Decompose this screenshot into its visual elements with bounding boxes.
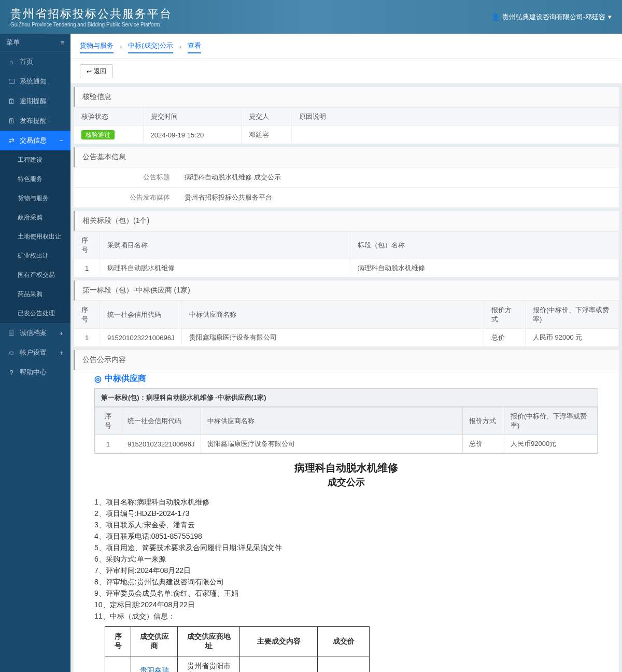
panel-basic: 公告基本信息 公告标题 病理科自动脱水机维修 成交公示 公告发布媒体 贵州省招标… bbox=[74, 147, 619, 208]
doc-title: 病理科自动脱水机维修 bbox=[94, 461, 598, 475]
swap-icon: ⇄ bbox=[7, 136, 16, 145]
bc-goods[interactable]: 货物与服务 bbox=[80, 39, 114, 53]
sub-special[interactable]: 特色服务 bbox=[0, 170, 70, 189]
doc-line: 7、评审时间:2024年08月22日 bbox=[94, 566, 598, 576]
th: 统一社会信用代码 bbox=[121, 408, 201, 435]
table-row: 1 91520102322100696J 贵阳鑫瑞康医疗设备有限公司 总价 人民… bbox=[74, 329, 619, 347]
sidebar-label: 诚信档案 bbox=[20, 328, 47, 338]
form-row: 公告发布媒体 贵州省招标投标公共服务平台 bbox=[74, 188, 619, 208]
table-header: 序号 统一社会信用代码 中标供应商名称 报价方式 报价(中标价、下浮率或费率) bbox=[95, 408, 598, 435]
doc-line: 8、评审地点:贵州弘典建设咨询有限公司 bbox=[94, 578, 598, 587]
doc-line: 4、项目联系电话:0851-85755198 bbox=[94, 532, 598, 541]
doc-line: 9、评审委员会成员名单:俞红、石家瑾、王娟 bbox=[94, 589, 598, 598]
sub-land[interactable]: 土地使用权出让 bbox=[0, 227, 70, 246]
th: 报价(中标价、下浮率或费率) bbox=[504, 408, 598, 435]
table-header: 序号 成交供应商 成交供应商地址 主要成交内容 成交价 bbox=[105, 627, 370, 656]
sidebar-item-trade[interactable]: ⇄交易信息− bbox=[0, 131, 70, 150]
header-title: 贵州省招标投标公共服务平台 bbox=[10, 6, 172, 22]
cell: 1 bbox=[95, 435, 121, 453]
th: 采购项目名称 bbox=[100, 232, 350, 259]
value-media: 贵州省招标投标公共服务平台 bbox=[177, 188, 619, 207]
sidebar-label: 矿业权出让 bbox=[18, 251, 49, 260]
th-status: 核验状态 bbox=[74, 108, 144, 126]
sub-mine[interactable]: 矿业权出让 bbox=[0, 246, 70, 265]
doc-line: 2、项目编号:HDZB-2024-173 bbox=[94, 509, 598, 519]
th-time: 提交时间 bbox=[143, 108, 241, 126]
supplier-table: 序号 统一社会信用代码 中标供应商名称 报价方式 报价(中标价、下浮率或费率) … bbox=[74, 301, 619, 347]
th: 序号 bbox=[95, 408, 121, 435]
panel-title: 核验信息 bbox=[74, 87, 619, 107]
sub-drug[interactable]: 药品采购 bbox=[0, 285, 70, 304]
th: 序号 bbox=[74, 301, 100, 329]
caret-down-icon: ▾ bbox=[608, 13, 612, 21]
sidebar-label: 工程建设 bbox=[18, 156, 43, 164]
sidebar-item-overdue[interactable]: 🗓逾期提醒 bbox=[0, 91, 70, 111]
sidebar-label: 帮助中心 bbox=[20, 368, 47, 377]
table-header: 序号 采购项目名称 标段（包）名称 bbox=[74, 232, 619, 259]
cell-time: 2024-09-19 15:20 bbox=[143, 126, 241, 144]
th-person: 提交人 bbox=[241, 108, 292, 126]
table-row: 1 贵阳鑫瑞康医疗设备有限公司 贵州省贵阳市南明区解放西路126号靖阳宏桥水岸1… bbox=[105, 656, 370, 673]
sidebar-label: 帐户设置 bbox=[20, 348, 47, 357]
sub-goods[interactable]: 货物与服务 bbox=[0, 189, 70, 208]
sidebar-item-publish[interactable]: 🗓发布提醒 bbox=[0, 111, 70, 131]
value-title: 病理科自动脱水机维修 成交公示 bbox=[177, 167, 619, 187]
plus-icon: + bbox=[59, 349, 63, 357]
sub-published[interactable]: 已发公告处理 bbox=[0, 304, 70, 323]
sidebar-submenu: 工程建设 特色服务 货物与服务 政府采购 土地使用权出让 矿业权出让 国有产权交… bbox=[0, 150, 70, 323]
panel-supplier: 第一标段（包）-中标供应商 (1家) 序号 统一社会信用代码 中标供应商名称 报… bbox=[74, 281, 619, 347]
cell: 总价 bbox=[463, 435, 504, 453]
bc-view[interactable]: 查看 bbox=[188, 39, 201, 53]
doc-subtitle: 成交公示 bbox=[94, 476, 598, 488]
cell: 贵州省贵阳市南明区解放西路126号靖阳宏桥水岸1幢1单元12层6号 bbox=[178, 656, 240, 673]
sidebar-label: 已发公告处理 bbox=[18, 309, 55, 318]
user-icon: 👤 bbox=[491, 13, 500, 21]
sidebar-label: 货物与服务 bbox=[18, 194, 49, 203]
sub-eng[interactable]: 工程建设 bbox=[0, 150, 70, 170]
th: 报价方式 bbox=[484, 301, 526, 329]
arrow-left-icon: ↩ bbox=[87, 68, 92, 75]
sidebar-label: 首页 bbox=[20, 57, 33, 66]
menu-collapse-icon[interactable]: ≡ bbox=[60, 39, 64, 47]
menu-label: 菜单 bbox=[6, 38, 20, 47]
sidebar-item-archive[interactable]: ☰诚信档案+ bbox=[0, 323, 70, 343]
th: 中标供应商名称 bbox=[201, 408, 463, 435]
cell: 人民币92000元 bbox=[504, 435, 598, 453]
cell: 1 bbox=[74, 259, 100, 277]
cell-supplier-link[interactable]: 贵阳鑫瑞康医疗设备有限公司 bbox=[131, 656, 178, 673]
sidebar: 菜单 ≡ ⌂首页 🖵系统通知 🗓逾期提醒 🗓发布提醒 ⇄交易信息− 工程建设 特… bbox=[0, 34, 70, 672]
panel-title: 相关标段（包）(1个) bbox=[74, 211, 619, 231]
back-button[interactable]: ↩返回 bbox=[80, 64, 113, 78]
sidebar-item-notice[interactable]: 🖵系统通知 bbox=[0, 72, 70, 91]
form-row: 公告标题 病理科自动脱水机维修 成交公示 bbox=[74, 167, 619, 188]
label-title: 公告标题 bbox=[74, 167, 177, 187]
verify-table: 核验状态 提交时间 提交人 原因说明 核验通过 2024-09-19 15:20… bbox=[74, 107, 619, 144]
panel-title: 第一标段（包）-中标供应商 (1家) bbox=[74, 281, 619, 301]
bc-award[interactable]: 中标(成交)公示 bbox=[128, 39, 173, 53]
cell-reason bbox=[292, 126, 619, 144]
doc-line: 6、采购方式:单一来源 bbox=[94, 555, 598, 564]
table-row: 1 91520102322100696J 贵阳鑫瑞康医疗设备有限公司 总价 人民… bbox=[95, 435, 598, 453]
doc-line: 1、项目名称:病理科自动脱水机维修 bbox=[94, 498, 598, 507]
sidebar-item-help[interactable]: ?帮助中心 bbox=[0, 362, 70, 382]
th: 序号 bbox=[105, 627, 131, 656]
breadcrumb: 货物与服务 › 中标(成交)公示 › 查看 bbox=[70, 34, 622, 59]
cell: 91520102322100696J bbox=[121, 435, 201, 453]
sidebar-item-account[interactable]: ☺帐户设置+ bbox=[0, 343, 70, 362]
monitor-icon: 🖵 bbox=[7, 77, 16, 86]
sidebar-label: 土地使用权出让 bbox=[18, 232, 61, 241]
panel-verify: 核验信息 核验状态 提交时间 提交人 原因说明 核验通过 2024-09-19 … bbox=[74, 87, 619, 144]
sub-property[interactable]: 国有产权交易 bbox=[0, 265, 70, 285]
award-table: 序号 成交供应商 成交供应商地址 主要成交内容 成交价 1 贵阳鑫瑞康医疗设备有… bbox=[105, 626, 370, 672]
user-menu[interactable]: 👤 贵州弘典建设咨询有限公司-邓廷容 ▾ bbox=[491, 12, 612, 22]
supplier-box: 第一标段(包)：病理科自动脱水机维修 -中标供应商(1家) 序号 统一社会信用代… bbox=[94, 388, 598, 454]
sidebar-label: 发布提醒 bbox=[20, 116, 47, 125]
app-header: 贵州省招标投标公共服务平台 GuiZhou Province Tendering… bbox=[0, 0, 622, 34]
cell: 人民币 92000 元 bbox=[526, 329, 619, 347]
sidebar-header: 菜单 ≡ bbox=[0, 34, 70, 52]
sub-gov[interactable]: 政府采购 bbox=[0, 208, 70, 227]
calendar-icon: 🗓 bbox=[7, 117, 16, 125]
sidebar-item-home[interactable]: ⌂首页 bbox=[0, 52, 70, 72]
th: 成交供应商地址 bbox=[178, 627, 240, 656]
th: 统一社会信用代码 bbox=[100, 301, 182, 329]
